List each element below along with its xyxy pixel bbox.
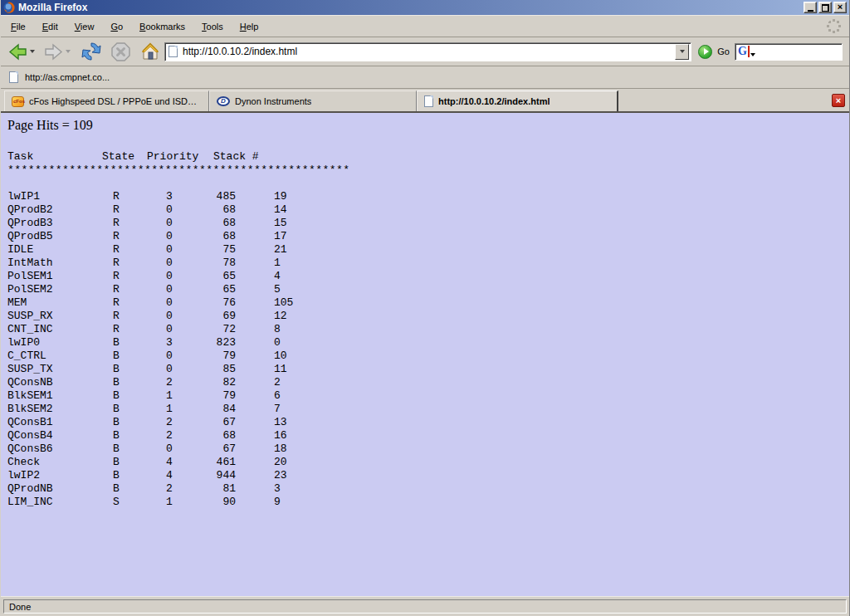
restore-icon <box>822 4 829 12</box>
tab-label: cFos Highspeed DSL / PPPoE und ISDN CAP.… <box>29 96 202 106</box>
go-button[interactable]: Go <box>698 45 730 59</box>
cell-priority: 2 <box>166 376 173 389</box>
chevron-down-icon <box>680 50 685 53</box>
cell-priority: 0 <box>166 257 173 270</box>
header-stack: Stack # <box>213 150 259 164</box>
stop-button[interactable] <box>110 42 131 62</box>
menu-help[interactable]: Help <box>232 19 267 34</box>
home-button[interactable] <box>139 41 161 62</box>
cell-priority: 2 <box>166 482 173 496</box>
window-controls: × <box>804 2 847 13</box>
cell-priority: 1 <box>166 403 173 416</box>
table-row: CNT_INC R 0 72 8 <box>7 323 843 336</box>
tab-close-button[interactable]: × <box>832 94 845 107</box>
cell-number: 15 <box>274 217 287 230</box>
navigation-toolbar: http://10.0.10.2/index.html Go G <box>1 37 849 66</box>
cell-state: B <box>113 389 120 403</box>
cell-number: 13 <box>274 416 287 429</box>
cell-priority: 0 <box>166 203 173 217</box>
restore-button[interactable] <box>818 2 832 13</box>
cell-task: QConsB4 <box>7 429 53 442</box>
cell-state: B <box>113 429 120 442</box>
cell-priority: 0 <box>166 270 173 283</box>
menu-go[interactable]: Go <box>102 19 131 34</box>
table-row: IDLE R 0 75 21 <box>7 243 843 257</box>
reload-button[interactable] <box>81 41 102 62</box>
dynon-icon: D <box>217 96 230 106</box>
menu-edit[interactable]: Edit <box>34 19 66 34</box>
table-row: QProdB2 R 0 68 14 <box>7 203 843 217</box>
table-row: QConsNB B 2 82 2 <box>7 376 843 389</box>
cell-stack: 79 <box>173 350 236 363</box>
cell-stack: 76 <box>173 296 236 310</box>
cell-task: QConsB6 <box>7 442 53 456</box>
bookmark-item[interactable]: http://as.cmpnet.co... <box>9 71 110 83</box>
status-panel: Done <box>3 599 847 614</box>
cell-state: R <box>113 230 120 243</box>
tab-2[interactable]: D Dynon Instruments <box>209 90 417 111</box>
cell-priority: 3 <box>166 190 173 203</box>
table-row: PolSEM1 R 0 65 4 <box>7 270 843 283</box>
table-row: C_CTRL B 0 79 10 <box>7 350 843 363</box>
cell-priority: 0 <box>166 283 173 296</box>
google-icon: G <box>738 46 750 57</box>
reload-icon <box>81 41 102 62</box>
cell-number: 9 <box>274 496 281 509</box>
bookmark-label: http://as.cmpnet.co... <box>25 72 110 82</box>
cell-number: 23 <box>274 469 287 482</box>
cell-state: R <box>113 190 120 203</box>
search-engine-dropdown-icon[interactable] <box>750 53 755 56</box>
bookmark-page-icon <box>9 71 18 83</box>
cell-state: R <box>113 257 120 270</box>
cell-task: lwIP2 <box>7 469 40 482</box>
menu-bookmarks[interactable]: Bookmarks <box>131 19 193 34</box>
cell-stack: 81 <box>173 482 236 496</box>
tab-3-active[interactable]: http://10.0.10.2/index.html <box>417 90 618 111</box>
cell-state: B <box>113 456 120 469</box>
search-input[interactable]: G <box>735 43 843 61</box>
cell-state: S <box>113 496 120 509</box>
url-dropdown-button[interactable] <box>675 44 689 60</box>
title-bar: Mozilla Firefox × <box>1 0 849 15</box>
cell-stack: 78 <box>173 257 236 270</box>
status-text: Done <box>9 602 31 612</box>
window-title: Mozilla Firefox <box>18 2 804 13</box>
status-bar: Done <box>1 596 849 616</box>
table-row: lwIP0 B 3 823 0 <box>7 336 843 350</box>
task-table: Task State Priority Stack # ************… <box>7 150 843 509</box>
cell-number: 21 <box>274 243 287 257</box>
cell-task: QProdB3 <box>7 217 53 230</box>
tab-1[interactable]: cFos Highspeed DSL / PPPoE und ISDN CAP.… <box>4 90 209 111</box>
forward-button[interactable] <box>43 42 64 62</box>
header-state: State <box>102 150 134 164</box>
minimize-icon <box>808 6 813 12</box>
table-row: QConsB1 B 2 67 13 <box>7 416 843 429</box>
cell-number: 18 <box>274 442 287 456</box>
close-button[interactable]: × <box>833 2 847 13</box>
cell-task: QProdNB <box>7 482 53 496</box>
throbber-icon <box>827 19 841 33</box>
cell-stack: 85 <box>173 363 236 376</box>
cell-number: 17 <box>274 230 287 243</box>
cell-state: B <box>113 376 120 389</box>
back-dropdown-icon[interactable] <box>30 50 35 53</box>
cell-priority: 0 <box>166 296 173 310</box>
menu-view[interactable]: View <box>66 19 103 34</box>
table-row: lwIP1 R 3 485 19 <box>7 190 843 203</box>
cell-number: 20 <box>274 456 287 469</box>
forward-dropdown-icon[interactable] <box>66 50 71 53</box>
back-button[interactable] <box>7 42 28 62</box>
menu-file[interactable]: File <box>2 19 34 34</box>
url-input[interactable]: http://10.0.10.2/index.html <box>183 46 675 57</box>
cell-number: 19 <box>274 190 287 203</box>
browser-window: Mozilla Firefox × File Edit View Go Book… <box>0 0 850 616</box>
minimize-button[interactable] <box>804 2 817 13</box>
cell-stack: 79 <box>173 389 236 403</box>
tab-label: Dynon Instruments <box>235 96 311 106</box>
cell-task: MEM <box>7 296 27 310</box>
menu-tools[interactable]: Tools <box>193 19 232 34</box>
table-row: lwIP2 B 4 944 23 <box>7 469 843 482</box>
cell-priority: 4 <box>166 469 173 482</box>
cell-number: 0 <box>274 336 281 350</box>
url-bar[interactable]: http://10.0.10.2/index.html <box>164 42 691 61</box>
